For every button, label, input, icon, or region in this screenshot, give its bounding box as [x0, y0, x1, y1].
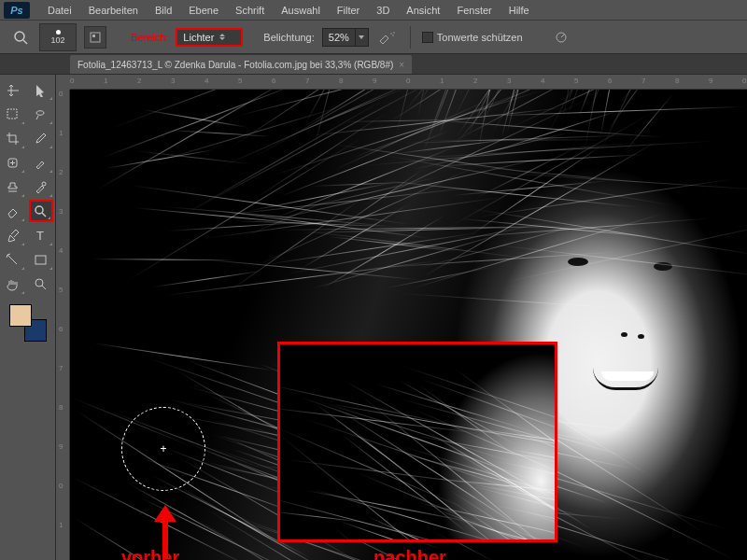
svg-point-10	[42, 182, 46, 186]
svg-text:T: T	[36, 229, 44, 243]
tool-type[interactable]: T	[29, 224, 53, 246]
menu-bild[interactable]: Bild	[147, 5, 180, 16]
menu-datei[interactable]: Datei	[39, 5, 80, 16]
tool-path[interactable]	[1, 248, 25, 271]
brush-size-value: 102	[50, 35, 64, 45]
foreground-swatch[interactable]	[9, 304, 32, 327]
svg-point-11	[35, 206, 43, 214]
tool-hand[interactable]	[1, 273, 25, 295]
airbrush-toggle[interactable]	[376, 26, 399, 49]
svg-line-1	[23, 40, 27, 44]
document-tab-title: Fotolia_12463713_L © Zdenka Darula - Fot…	[78, 60, 393, 70]
svg-line-12	[42, 213, 46, 217]
document-tab[interactable]: Fotolia_12463713_L © Zdenka Darula - Fot…	[70, 55, 412, 74]
image-detail	[601, 371, 654, 381]
tool-healing[interactable]	[1, 151, 25, 174]
updown-icon	[219, 34, 225, 40]
tool-move[interactable]	[1, 78, 25, 101]
current-tool-icon[interactable]	[9, 26, 32, 49]
tool-eraser[interactable]	[1, 200, 25, 222]
brush-panel-toggle[interactable]	[84, 26, 106, 49]
belichtung-input[interactable]: 52%	[322, 28, 369, 47]
tonwerte-checkbox[interactable]: Tonwerte schützen	[422, 32, 523, 43]
separator	[410, 26, 411, 49]
svg-line-16	[42, 286, 46, 289]
menu-filter[interactable]: Filter	[329, 5, 368, 16]
menu-hilfe[interactable]: Hilfe	[500, 5, 538, 16]
tool-lasso[interactable]	[29, 103, 53, 125]
svg-rect-14	[35, 256, 46, 264]
menu-bearbeiten[interactable]: Bearbeiten	[80, 5, 147, 16]
svg-rect-8	[7, 109, 17, 119]
menu-bar: Ps Datei Bearbeiten Bild Ebene Schrift A…	[0, 0, 747, 21]
tools-panel: T	[0, 75, 56, 560]
app-logo: Ps	[4, 2, 30, 19]
tool-arrow[interactable]	[29, 78, 53, 101]
image-detail	[621, 332, 627, 337]
tool-pen[interactable]	[1, 224, 25, 246]
options-bar: 102 Bereich: Lichter Belichtung: 52% Ton…	[0, 21, 747, 54]
svg-point-6	[393, 32, 394, 33]
bereich-value: Lichter	[183, 32, 214, 43]
document-tab-bar: Fotolia_12463713_L © Zdenka Darula - Fot…	[0, 54, 747, 75]
inset-image	[280, 344, 555, 539]
image-detail	[638, 334, 644, 339]
ruler-horizontal[interactable]: 012345678901234567890	[70, 75, 747, 90]
menu-schrift[interactable]: Schrift	[227, 5, 273, 16]
svg-point-4	[390, 33, 391, 34]
belichtung-value: 52%	[323, 32, 355, 43]
tool-marquee[interactable]	[1, 103, 25, 125]
menu-ansicht[interactable]: Ansicht	[398, 5, 448, 16]
color-swatches[interactable]	[9, 304, 47, 342]
checkbox-icon	[422, 32, 433, 43]
brush-dot-icon	[56, 30, 61, 35]
menu-fenster[interactable]: Fenster	[448, 5, 500, 16]
tool-brush[interactable]	[29, 151, 53, 174]
before-label: vorher	[121, 547, 179, 560]
after-label: nachher	[374, 547, 446, 560]
tonwerte-label: Tonwerte schützen	[437, 32, 523, 43]
tool-dodge[interactable]	[29, 200, 53, 222]
brush-cursor	[121, 407, 205, 491]
tool-history[interactable]	[29, 175, 53, 198]
tool-zoom[interactable]	[29, 273, 53, 295]
pressure-toggle[interactable]	[551, 26, 573, 49]
menu-auswahl[interactable]: Auswahl	[273, 5, 329, 16]
ruler-vertical[interactable]: 012345678901	[56, 90, 70, 560]
after-inset	[277, 342, 557, 542]
svg-point-15	[35, 279, 43, 287]
brush-preset-picker[interactable]: 102	[39, 23, 77, 51]
svg-point-5	[392, 35, 393, 35]
tool-shape[interactable]	[29, 248, 53, 271]
tool-stamp[interactable]	[1, 175, 25, 198]
svg-rect-3	[92, 35, 95, 37]
svg-point-0	[15, 32, 24, 41]
bereich-select[interactable]: Lichter	[176, 28, 243, 47]
bereich-label: Bereich:	[131, 32, 168, 43]
menu-3d[interactable]: 3D	[368, 5, 398, 16]
close-icon[interactable]: ×	[399, 60, 404, 70]
menu-ebene[interactable]: Ebene	[180, 5, 227, 16]
tool-eyedropper[interactable]	[29, 127, 53, 149]
canvas[interactable]: vorher nachher	[70, 90, 747, 560]
tool-crop[interactable]	[1, 127, 25, 149]
chevron-down-icon[interactable]	[355, 29, 368, 46]
belichtung-label: Belichtung:	[263, 32, 314, 43]
